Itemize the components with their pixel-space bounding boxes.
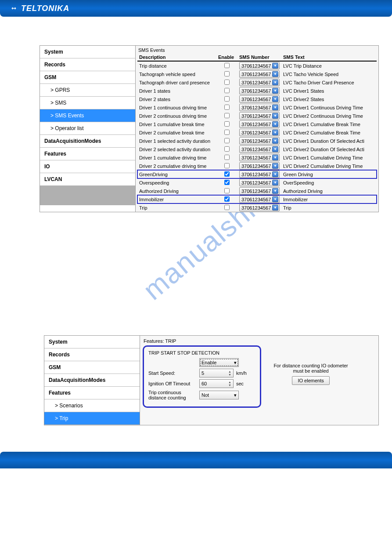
spinner-icon[interactable]: ▲▼ bbox=[228, 370, 231, 376]
sidebar-item-dataacquisitionmodes[interactable]: DataAcquisitionModes bbox=[44, 374, 140, 387]
enable-checkbox[interactable] bbox=[224, 163, 230, 168]
sms-number-value: 37061234567 bbox=[241, 113, 271, 119]
sms-number-select[interactable]: 37061234567▼ bbox=[239, 95, 280, 103]
enable-checkbox[interactable] bbox=[224, 105, 230, 110]
sidebar-item-gsm[interactable]: GSM bbox=[40, 71, 135, 84]
enable-checkbox[interactable] bbox=[224, 63, 230, 68]
sidebar-item-features[interactable]: Features bbox=[44, 387, 140, 399]
sms-text-input[interactable]: Authorized Driving bbox=[281, 187, 377, 195]
trip-continuous-value: Not bbox=[201, 392, 209, 398]
sms-text-input[interactable]: LVC Driver2 Cumulative Break Time bbox=[281, 128, 377, 137]
sms-number-select[interactable]: 37061234567▼ bbox=[239, 179, 280, 186]
sms-text-input[interactable]: LVC Driver1 Continuous Driving Time bbox=[281, 103, 377, 112]
enable-checkbox[interactable] bbox=[224, 146, 230, 152]
chevron-down-icon: ▾ bbox=[234, 360, 237, 366]
logo-icon bbox=[11, 4, 18, 12]
sms-text-input[interactable]: LVC Driver1 Cumulative Driving Time bbox=[281, 153, 377, 162]
sidebar-item-system[interactable]: System bbox=[40, 46, 135, 58]
sms-text-input[interactable]: LVC Driver1 Duration Of Selected Acti bbox=[281, 137, 377, 145]
enable-checkbox[interactable] bbox=[224, 188, 230, 193]
ignition-off-unit: sec bbox=[236, 381, 248, 386]
sms-number-value: 37061234567 bbox=[241, 138, 271, 144]
sms-text-input[interactable]: LVC Driver2 Cumulative Driving Time bbox=[281, 162, 377, 170]
sms-text-input[interactable]: Immobilizer bbox=[281, 195, 377, 203]
chevron-down-icon: ▼ bbox=[272, 71, 278, 77]
sms-number-select[interactable]: 37061234567▼ bbox=[239, 137, 280, 145]
sms-number-select[interactable]: 37061234567▼ bbox=[239, 79, 280, 86]
sidebar-item--gprs[interactable]: > GPRS bbox=[40, 84, 135, 97]
sms-number-value: 37061234567 bbox=[241, 197, 271, 202]
chevron-down-icon: ▾ bbox=[234, 392, 237, 398]
sidebar-item-records[interactable]: Records bbox=[44, 348, 140, 361]
sidebar-item--scenarios[interactable]: > Scenarios bbox=[44, 399, 140, 412]
sidebar-item--operator-list[interactable]: > Operator list bbox=[40, 122, 135, 135]
sidebar-item-io[interactable]: IO bbox=[40, 160, 135, 173]
sidebar-item--sms-events[interactable]: > SMS Events bbox=[40, 109, 135, 122]
enable-checkbox[interactable] bbox=[224, 88, 230, 93]
enable-checkbox[interactable] bbox=[224, 138, 230, 143]
sms-number-select[interactable]: 37061234567▼ bbox=[239, 62, 280, 69]
enable-checkbox[interactable] bbox=[224, 196, 230, 202]
table-row: Driver 1 selected activity duration37061… bbox=[137, 137, 377, 145]
sms-text-input[interactable]: LVC Driver2 States bbox=[281, 95, 377, 103]
sidebar-item-dataacquisitionmodes[interactable]: DataAcquisitionModes bbox=[40, 135, 135, 148]
sms-number-select[interactable]: 37061234567▼ bbox=[239, 145, 280, 153]
sms-text-input[interactable]: LVC Driver2 Duration Of Selected Acti bbox=[281, 145, 377, 153]
sms-number-select[interactable]: 37061234567▼ bbox=[239, 104, 280, 111]
enable-checkbox[interactable] bbox=[224, 171, 230, 177]
row-description: Driver 2 selected activity duration bbox=[137, 145, 216, 153]
sms-events-content: SMS Events Description Enable SMS Number… bbox=[136, 46, 378, 212]
io-elements-button[interactable]: IO elements bbox=[292, 376, 329, 385]
sms-number-select[interactable]: 37061234567▼ bbox=[239, 112, 280, 120]
sms-text-input[interactable]: Trip bbox=[281, 203, 377, 212]
sms-number-select[interactable]: 37061234567▼ bbox=[239, 70, 280, 78]
enable-checkbox[interactable] bbox=[224, 80, 230, 85]
table-row: Overspeeding37061234567▼OverSpeeding bbox=[137, 178, 377, 187]
enable-checkbox[interactable] bbox=[224, 71, 230, 76]
sidebar-item-features[interactable]: Features bbox=[40, 148, 135, 160]
sms-number-select[interactable]: 37061234567▼ bbox=[239, 120, 280, 128]
sms-number-select[interactable]: 37061234567▼ bbox=[239, 87, 280, 94]
enable-checkbox[interactable] bbox=[224, 113, 230, 118]
sms-number-select[interactable]: 37061234567▼ bbox=[239, 129, 280, 136]
sms-number-select[interactable]: 37061234567▼ bbox=[239, 204, 280, 211]
chevron-down-icon: ▼ bbox=[272, 121, 278, 127]
sms-text-input[interactable]: LVC Tacho Driver Card Presence bbox=[281, 78, 377, 87]
trip-continuous-select[interactable]: Not ▾ bbox=[199, 391, 239, 399]
sms-text-input[interactable]: LVC Driver2 Continuous Driving Time bbox=[281, 112, 377, 120]
sms-number-select[interactable]: 37061234567▼ bbox=[239, 170, 280, 178]
sms-text-input[interactable]: Green Driving bbox=[281, 170, 377, 178]
sidebar-item--sms[interactable]: > SMS bbox=[40, 97, 135, 109]
enable-checkbox[interactable] bbox=[224, 180, 230, 185]
trip-mode-select[interactable]: Enable ▾ bbox=[199, 358, 239, 367]
sms-number-select[interactable]: 37061234567▼ bbox=[239, 187, 280, 195]
sms-text-input[interactable]: LVC Driver1 Cumulative Break Time bbox=[281, 120, 377, 128]
start-speed-input[interactable]: 5 ▲▼ bbox=[199, 369, 234, 377]
ignition-off-label: Ignition Off Timeout bbox=[148, 381, 197, 386]
sidebar-item-gsm[interactable]: GSM bbox=[44, 361, 140, 374]
enable-checkbox[interactable] bbox=[224, 121, 230, 127]
sidebar-item--trip[interactable]: > Trip bbox=[44, 412, 140, 425]
section-title: SMS Events bbox=[137, 47, 377, 53]
sms-text-input[interactable]: LVC Tacho Vehicle Speed bbox=[281, 70, 377, 78]
ignition-off-input[interactable]: 60 ▲▼ bbox=[199, 379, 234, 388]
spinner-icon[interactable]: ▲▼ bbox=[228, 381, 231, 387]
sms-number-select[interactable]: 37061234567▼ bbox=[239, 162, 280, 170]
sms-text-input[interactable]: LVC Trip Distance bbox=[281, 61, 377, 70]
enable-checkbox[interactable] bbox=[224, 205, 230, 210]
sms-number-select[interactable]: 37061234567▼ bbox=[239, 154, 280, 161]
sms-text-input[interactable]: OverSpeeding bbox=[281, 178, 377, 187]
sidebar-item-lvcan[interactable]: LVCAN bbox=[40, 173, 135, 186]
sms-number-select[interactable]: 37061234567▼ bbox=[239, 196, 280, 203]
enable-checkbox[interactable] bbox=[224, 96, 230, 102]
sms-number-value: 37061234567 bbox=[241, 130, 271, 135]
features-trip-panel: SystemRecordsGSMDataAcquisitionModesFeat… bbox=[44, 335, 379, 425]
table-row: Driver 1 cumulative break time3706123456… bbox=[137, 120, 377, 128]
sms-events-panel: SystemRecordsGSM> GPRS> SMS> SMS Events>… bbox=[40, 45, 379, 212]
sidebar-item-records[interactable]: Records bbox=[40, 58, 135, 71]
sidebar-item-system[interactable]: System bbox=[44, 336, 140, 348]
enable-checkbox[interactable] bbox=[224, 155, 230, 160]
table-row: Driver 1 continuous driving time37061234… bbox=[137, 103, 377, 112]
sms-text-input[interactable]: LVC Driver1 States bbox=[281, 87, 377, 95]
enable-checkbox[interactable] bbox=[224, 130, 230, 135]
